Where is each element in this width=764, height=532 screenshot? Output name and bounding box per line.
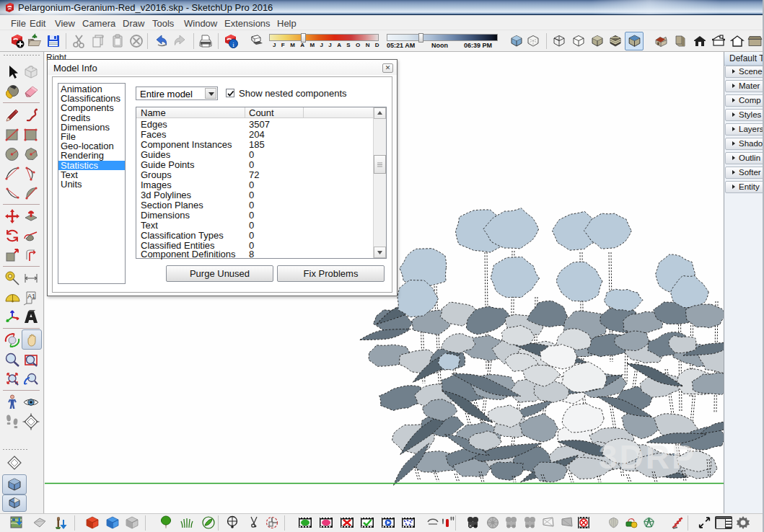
svg-text:3DRP: 3DRP bbox=[599, 438, 696, 476]
svg-text:A1: A1 bbox=[27, 293, 35, 300]
